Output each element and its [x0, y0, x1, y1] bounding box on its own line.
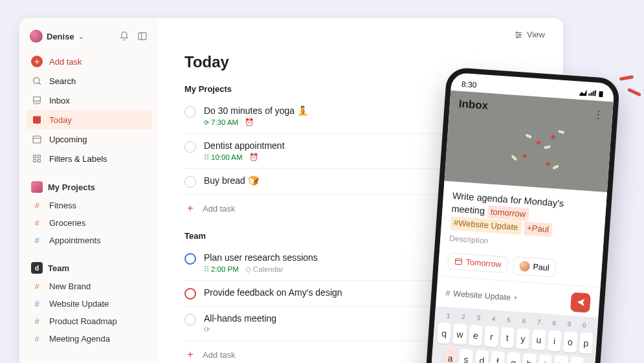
add-task-button[interactable]: + Add task	[26, 52, 152, 71]
task-time: 10:00 AM	[204, 153, 243, 161]
sidebar-section-team[interactable]: d Team	[26, 258, 152, 278]
team-badge-icon: d	[31, 262, 43, 274]
status-time: 8:30	[461, 80, 477, 90]
status-icons	[579, 89, 604, 98]
svg-rect-19	[455, 259, 461, 265]
key[interactable]: u	[531, 329, 546, 350]
hash-icon: #	[31, 201, 43, 210]
key[interactable]: g	[506, 352, 521, 363]
task-checkbox[interactable]	[184, 314, 196, 325]
task-checkbox[interactable]	[184, 176, 196, 188]
key[interactable]: p	[579, 332, 594, 353]
project-appointments[interactable]: # Appointments	[26, 232, 152, 249]
task-checkbox[interactable]	[184, 106, 196, 118]
nav-inbox[interactable]: Inbox	[26, 91, 152, 110]
task-title: All-hands meeting	[204, 313, 276, 324]
token-assignee[interactable]: +Paul	[524, 222, 553, 237]
project-label: Appointments	[49, 236, 101, 245]
key[interactable]: q	[437, 322, 452, 344]
key[interactable]: s	[459, 348, 474, 363]
project-new-brand[interactable]: # New Brand	[26, 278, 152, 295]
panel-toggle-icon[interactable]	[137, 30, 148, 42]
sidebar-section-my-projects[interactable]: My Projects	[26, 177, 152, 197]
svg-point-2	[34, 78, 39, 83]
key[interactable]: h	[522, 353, 537, 363]
hero-illustration	[445, 91, 614, 192]
task-checkbox[interactable]	[184, 288, 196, 300]
add-task-label: Add task	[203, 350, 236, 360]
avatar-icon	[31, 181, 43, 193]
nav-label: Inbox	[49, 96, 70, 105]
notifications-icon[interactable]	[118, 30, 130, 42]
project-label: Groceries	[49, 218, 85, 228]
project-fitness[interactable]: # Fitness	[26, 197, 152, 214]
svg-rect-9	[38, 155, 40, 158]
key[interactable]: i	[547, 330, 562, 351]
section-title: Team	[48, 263, 69, 273]
avatar	[30, 30, 43, 43]
nav-label: Filters & Labels	[49, 154, 107, 164]
key[interactable]: w	[452, 324, 467, 345]
task-checkbox[interactable]	[184, 253, 196, 265]
phone-compose-card: Write agenda for Monday's meeting tomorr…	[438, 181, 607, 287]
chip-assignee[interactable]: Paul	[513, 256, 557, 278]
key[interactable]: d	[474, 349, 489, 363]
avatar-icon	[519, 261, 530, 272]
project-product-roadmap[interactable]: # Product Roadmap	[26, 313, 152, 330]
send-button[interactable]	[570, 292, 591, 313]
task-emoji: 🧘	[297, 105, 308, 116]
key[interactable]: a	[443, 347, 458, 363]
key[interactable]: t	[500, 327, 515, 348]
alarm-icon: ⏰	[245, 118, 254, 127]
plus-icon: +	[31, 56, 43, 67]
alarm-icon: ⏰	[249, 153, 258, 162]
key[interactable]: r	[484, 325, 499, 347]
svg-rect-0	[139, 33, 146, 40]
key[interactable]: l	[569, 356, 584, 363]
add-task-label: Add task	[203, 204, 236, 214]
nav-today[interactable]: Today	[26, 110, 152, 129]
project-label: Meeting Agenda	[49, 334, 110, 344]
key[interactable]: j	[538, 354, 553, 363]
phone-hero: Inbox ⋮	[445, 91, 614, 192]
key[interactable]: y	[516, 328, 531, 349]
hash-icon: #	[31, 236, 43, 245]
project-groceries[interactable]: # Groceries	[26, 214, 152, 232]
key[interactable]: o	[563, 331, 578, 353]
project-selector[interactable]: # Website Update ▾	[445, 289, 517, 303]
hash-icon: #	[445, 289, 450, 298]
svg-point-17	[517, 36, 518, 38]
nav-label: Search	[49, 76, 76, 86]
user-menu[interactable]: Denise ⌄	[30, 30, 83, 43]
task-title: Plan user research sessions	[204, 252, 318, 263]
key[interactable]: f	[491, 351, 505, 363]
view-label: View	[527, 30, 545, 39]
hash-icon: #	[31, 334, 43, 344]
task-emoji: 🍞	[248, 175, 259, 186]
project-meeting-agenda[interactable]: # Meeting Agenda	[26, 330, 152, 347]
chevron-down-icon: ⌄	[78, 33, 83, 40]
project-label: Fitness	[49, 201, 76, 210]
calendar-today-icon	[31, 114, 43, 126]
compose-input[interactable]: Write agenda for Monday's meeting tomorr…	[450, 189, 597, 239]
key[interactable]: e	[469, 324, 483, 346]
svg-line-3	[39, 83, 41, 85]
section-title: My Projects	[48, 182, 95, 192]
project-website-update[interactable]: # Website Update	[26, 295, 152, 313]
chip-label: Paul	[533, 262, 550, 272]
svg-rect-18	[599, 91, 603, 96]
task-checkbox[interactable]	[184, 141, 196, 153]
hash-icon: #	[31, 218, 43, 228]
view-button[interactable]: View	[514, 30, 545, 39]
inbox-icon	[31, 94, 43, 106]
grid-icon	[31, 153, 43, 164]
nav-search[interactable]: Search	[26, 71, 152, 91]
project-select-label: Website Update	[453, 289, 511, 302]
nav-upcoming[interactable]: Upcoming	[26, 129, 152, 149]
chip-due-date[interactable]: Tomorrow	[447, 252, 508, 273]
user-name: Denise	[47, 32, 74, 41]
key[interactable]: k	[553, 355, 568, 363]
sliders-icon	[514, 30, 523, 39]
nav-filters[interactable]: Filters & Labels	[26, 149, 152, 168]
add-task-label: Add task	[49, 57, 82, 67]
